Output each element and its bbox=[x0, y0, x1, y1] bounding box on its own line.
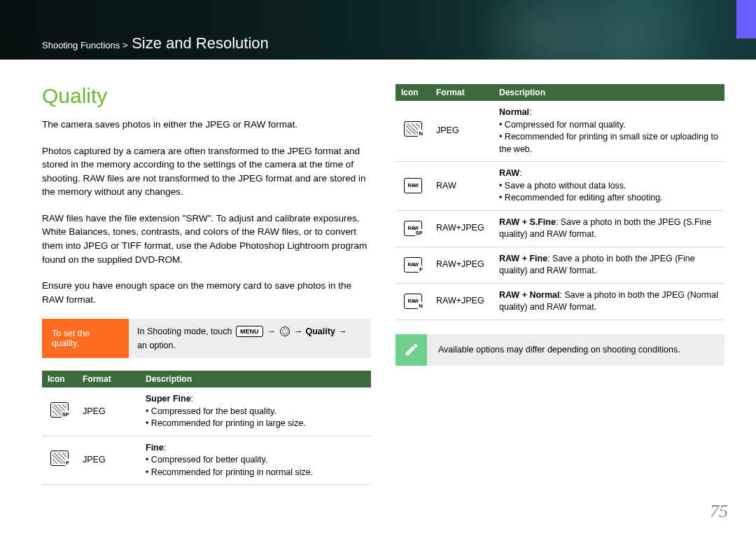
instr-suffix: an option. bbox=[137, 339, 176, 352]
format-cell: RAW+JPEG bbox=[430, 210, 493, 247]
quality-mode-icon: F bbox=[50, 451, 69, 466]
description-cell: Normal:Compressed for normal quality.Rec… bbox=[493, 101, 724, 162]
page-number: 75 bbox=[710, 501, 728, 522]
format-cell: JPEG bbox=[77, 436, 140, 485]
left-column: Quality The camera saves photos in eithe… bbox=[42, 84, 371, 485]
description-cell: RAW + S.Fine: Save a photo in both the J… bbox=[493, 210, 724, 247]
arrow-icon: → bbox=[267, 325, 276, 338]
menu-button-icon: MENU bbox=[236, 326, 263, 337]
breadcrumb: Shooting Functions > Size and Resolution bbox=[42, 34, 269, 53]
breadcrumb-prefix: Shooting Functions > bbox=[42, 40, 128, 50]
bullet-item: Recommended for printing in small size o… bbox=[499, 131, 719, 156]
note-box: Available options may differ depending o… bbox=[396, 334, 724, 366]
bullet-item: Recommended for printing in normal size. bbox=[146, 467, 365, 479]
paragraph: The camera saves photos in either the JP… bbox=[42, 118, 371, 132]
bullet-item: Compressed for normal quality. bbox=[499, 119, 719, 132]
instr-prefix: In Shooting mode, touch bbox=[137, 325, 232, 338]
quality-title: RAW + Normal bbox=[499, 290, 559, 300]
quality-title: Normal bbox=[499, 107, 529, 117]
quality-title: RAW bbox=[499, 168, 519, 178]
paragraph: RAW files have the file extension "SRW".… bbox=[42, 212, 371, 266]
bullet-item: Recommended for editing after shooting. bbox=[499, 192, 719, 205]
quality-mode-icon: RAWSF bbox=[404, 221, 422, 236]
set-box-label: To set the quality, bbox=[42, 319, 129, 358]
table-row: FJPEGFine:Compressed for better quality.… bbox=[42, 436, 371, 485]
bullet-list: Compressed for better quality.Recommende… bbox=[146, 454, 365, 479]
format-cell: JPEG bbox=[430, 101, 493, 162]
quality-mode-icon: RAWF bbox=[404, 257, 422, 273]
icon-cell: RAWN bbox=[396, 283, 430, 319]
bullet-list: Compressed for the best quality.Recommen… bbox=[146, 406, 365, 430]
quality-set-box: To set the quality, In Shooting mode, to… bbox=[42, 319, 371, 358]
quality-mode-icon: RAW bbox=[404, 178, 422, 193]
breadcrumb-title: Size and Resolution bbox=[132, 34, 269, 52]
set-box-instructions: In Shooting mode, touch MENU → ◯ → Quali… bbox=[129, 319, 371, 358]
col-header-icon: Icon bbox=[42, 371, 77, 387]
col-header-format: Format bbox=[77, 371, 140, 387]
icon-cell: RAW bbox=[396, 162, 430, 211]
paragraph: Ensure you have enough space on the memo… bbox=[42, 279, 371, 306]
table-row: SFJPEGSuper Fine:Compressed for the best… bbox=[42, 387, 371, 436]
table-row: RAWFRAW+JPEGRAW + Fine: Save a photo in … bbox=[396, 247, 724, 283]
quality-title: RAW + Fine bbox=[499, 254, 547, 263]
quality-table-right: Icon Format Description NJPEGNormal:Comp… bbox=[396, 84, 724, 320]
quality-mode-icon: RAWN bbox=[404, 294, 422, 309]
description-cell: Super Fine:Compressed for the best quali… bbox=[140, 387, 371, 436]
icon-cell: RAWF bbox=[396, 247, 430, 283]
quality-title: Fine bbox=[146, 443, 164, 453]
bullet-item: Compressed for the best quality. bbox=[146, 406, 365, 418]
quality-title: Super Fine bbox=[146, 394, 191, 404]
arrow-icon: → bbox=[294, 325, 303, 338]
col-header-format: Format bbox=[430, 84, 493, 101]
quality-title: RAW + S.Fine bbox=[499, 217, 556, 227]
format-cell: RAW bbox=[430, 162, 493, 211]
icon-cell: F bbox=[42, 436, 77, 485]
bullet-item: Recommended for printing in large size. bbox=[146, 418, 365, 430]
icon-cell: RAWSF bbox=[396, 210, 430, 247]
paragraph: Photos captured by a camera are often tr… bbox=[42, 144, 371, 199]
right-column: Icon Format Description NJPEGNormal:Comp… bbox=[396, 84, 724, 485]
col-header-icon: Icon bbox=[396, 84, 430, 101]
bullet-item: Compressed for better quality. bbox=[146, 454, 365, 467]
table-row: NJPEGNormal:Compressed for normal qualit… bbox=[396, 101, 724, 162]
format-cell: RAW+JPEG bbox=[430, 247, 493, 283]
note-text: Available options may differ depending o… bbox=[427, 339, 692, 360]
bullet-list: Save a photo without data loss.Recommend… bbox=[499, 180, 719, 205]
description-cell: Fine:Compressed for better quality.Recom… bbox=[140, 436, 371, 485]
bullet-item: Save a photo without data loss. bbox=[499, 180, 719, 193]
format-cell: JPEG bbox=[77, 387, 140, 436]
page-header: Shooting Functions > Size and Resolution bbox=[0, 0, 756, 60]
camera-icon: ◯ bbox=[280, 327, 290, 336]
quality-mode-icon: SF bbox=[50, 402, 69, 418]
icon-cell: SF bbox=[42, 387, 77, 436]
description-cell: RAW + Normal: Save a photo in both the J… bbox=[493, 283, 724, 319]
description-cell: RAW + Fine: Save a photo in both the JPE… bbox=[493, 247, 724, 283]
format-cell: RAW+JPEG bbox=[430, 283, 493, 319]
pen-icon bbox=[396, 334, 427, 366]
bullet-list: Compressed for normal quality.Recommende… bbox=[499, 119, 719, 156]
section-tab bbox=[736, 0, 756, 39]
quality-word: Quality bbox=[306, 325, 335, 338]
table-row: RAWSFRAW+JPEGRAW + S.Fine: Save a photo … bbox=[396, 210, 724, 247]
table-row: RAWNRAW+JPEGRAW + Normal: Save a photo i… bbox=[396, 283, 724, 319]
quality-table-left: Icon Format Description SFJPEGSuper Fine… bbox=[42, 371, 371, 485]
description-cell: RAW:Save a photo without data loss.Recom… bbox=[493, 162, 724, 211]
col-header-description: Description bbox=[493, 84, 724, 101]
section-heading: Quality bbox=[42, 84, 371, 108]
quality-mode-icon: N bbox=[404, 121, 422, 137]
icon-cell: N bbox=[396, 101, 430, 162]
col-header-description: Description bbox=[140, 371, 371, 387]
arrow-icon: → bbox=[338, 325, 347, 338]
table-row: RAWRAWRAW:Save a photo without data loss… bbox=[396, 162, 724, 211]
